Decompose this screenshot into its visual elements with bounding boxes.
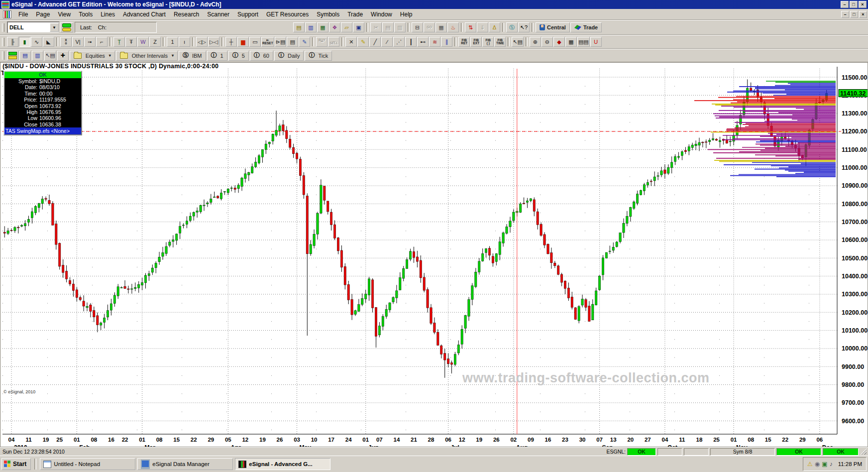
page-add-button[interactable]: ▤ (19, 51, 31, 61)
menu-page[interactable]: Page (32, 10, 54, 19)
interval-1-button[interactable]: Ⓘ1 (207, 51, 227, 61)
print-button[interactable]: ⊟ (412, 22, 423, 32)
save-page-button[interactable]: ▣ (353, 22, 364, 32)
net-grid-button[interactable]: ▦ (565, 37, 577, 47)
menu-help[interactable]: Help (396, 10, 417, 19)
new-page-button[interactable]: ▤ (293, 22, 305, 32)
page-forward-button[interactable]: ⊳▤ (275, 37, 287, 47)
pointer-page-button[interactable]: ↖▤ (44, 51, 56, 61)
menu-window[interactable]: Window (367, 10, 396, 19)
pencil-tool-button[interactable]: ✎ (357, 37, 369, 47)
line-break-button[interactable]: V| (72, 37, 84, 47)
symbol-search-button[interactable]: Ⓢ (506, 22, 518, 32)
parallel-lines-tool-button[interactable]: ≋ (429, 37, 440, 47)
xtl-expert-button[interactable]: Ŧ (125, 37, 137, 47)
hot-lists-button[interactable]: ♨ (447, 22, 459, 32)
toolbar-grip[interactable] (2, 51, 4, 60)
elliott-expert-button[interactable]: Ṯ (113, 37, 125, 47)
channel-tool-button[interactable]: ∥ (441, 37, 452, 47)
chart-canvas[interactable]: 11500.0011400.0011300.0011200.0011100.00… (0, 63, 868, 447)
trade-button[interactable]: Trade (570, 22, 602, 32)
menu-research[interactable]: Research (170, 10, 203, 19)
kagi-button[interactable]: ⌐ (96, 37, 108, 47)
menu-tools[interactable]: Tools (75, 10, 97, 19)
reset-button[interactable]: ⇤RESET (261, 37, 274, 47)
interval-daily-button[interactable]: ⒾDaily (274, 51, 304, 61)
context-help-button[interactable]: ↖? (518, 22, 530, 32)
menu-support[interactable]: Support (233, 10, 262, 19)
link-colors-button[interactable] (7, 51, 18, 61)
interval-5-button[interactable]: Ⓘ5 (228, 51, 249, 61)
line-chart-type-button[interactable]: ∿ (31, 37, 42, 47)
menu-advanced-chart[interactable]: Advanced Chart (119, 10, 170, 19)
minimize-button[interactable]: – (841, 1, 849, 8)
equities-dropdown[interactable]: Equities▾ (70, 51, 115, 61)
notes-pages-button[interactable]: ▤▤ (577, 37, 590, 47)
step-down-button[interactable]: ı (179, 37, 190, 47)
camera-icon[interactable]: ◉ (815, 461, 820, 468)
page-duplicate-button[interactable]: ▥ (32, 51, 43, 61)
central-button[interactable]: Central (536, 22, 570, 32)
cut-button[interactable]: ✂ (370, 22, 382, 32)
eraser-button[interactable]: ◆ (553, 37, 565, 47)
menu-get-resources[interactable]: GET Resources (262, 10, 313, 19)
menu-file[interactable]: File (14, 10, 32, 19)
mdi-close-button[interactable]: × (859, 11, 867, 18)
up-down-ticker-button[interactable]: ⇅ (465, 22, 476, 32)
polyline-tool-button[interactable]: ⋰ (393, 37, 405, 47)
shield-icon[interactable]: ⚠ (807, 461, 813, 468)
color-bars-button[interactable]: ▆ (237, 37, 249, 47)
auto-gann-button[interactable]: W (137, 37, 149, 47)
symbol-ibm-button[interactable]: ⓈIBM (179, 51, 206, 61)
network-icon[interactable]: ▣ (822, 461, 827, 468)
mdi-restore-button[interactable]: □ (850, 11, 858, 18)
copy-button[interactable]: ▤ (382, 22, 394, 32)
symbol-link-button[interactable] (60, 22, 73, 32)
resize-grip[interactable] (861, 449, 867, 455)
time-and-sales-button[interactable]: ▦ (435, 22, 447, 32)
new-chart-button[interactable]: ▥ (305, 22, 317, 32)
restore-button[interactable]: □ (850, 1, 858, 8)
candlestick-type-button[interactable]: ▮ (19, 37, 30, 47)
add-symbol-button[interactable]: ✚ (57, 51, 69, 61)
speaker-icon[interactable]: ♪ (830, 461, 833, 468)
trendline-tool-button[interactable]: ╱ (369, 37, 381, 47)
playback-forward-button[interactable]: ▷◁ (208, 37, 219, 47)
segment-tool-button[interactable]: ∕ (381, 37, 393, 47)
interval-60-button[interactable]: Ⓘ60 (250, 51, 273, 61)
task-esignal-advanced-g-[interactable]: eSignal - Advanced G... (235, 458, 330, 470)
menu-lines[interactable]: Lines (97, 10, 119, 19)
playback-rewind-button[interactable]: ◁▷ (196, 37, 208, 47)
menu-view[interactable]: View (54, 10, 75, 19)
zoom-out-button[interactable]: ⊖ (542, 37, 553, 47)
step-up-button[interactable]: 1 (167, 37, 178, 47)
page-copy-button[interactable]: ▤ (287, 37, 298, 47)
open-page-button[interactable]: ▱ (341, 22, 352, 32)
go-button[interactable]: GO (424, 22, 435, 32)
swing-tool-button[interactable]: Z (149, 37, 161, 47)
horizontal-segment-tool-button[interactable]: ⊷ (417, 37, 429, 47)
alerts-bell-button[interactable]: Δ (489, 22, 500, 32)
fib-circle-button[interactable]: FIB( ) (482, 37, 494, 47)
task-esignal-data-manager[interactable]: eSignal Data Manager (137, 458, 233, 470)
start-button[interactable]: Start (1, 458, 31, 470)
download-data-button[interactable]: ⇓ (477, 22, 488, 32)
crosshair-button[interactable]: ┼ (225, 37, 237, 47)
delete-tool-button[interactable]: ✕ (345, 37, 357, 47)
tick-box-button[interactable]: ▭ (249, 37, 261, 47)
menu-symbols[interactable]: Symbols (313, 10, 343, 19)
combobox-dropdown-icon[interactable]: ▼ (50, 23, 59, 32)
symbol-combobox[interactable]: DELL ▼ (7, 21, 60, 33)
candle-u-button[interactable]: U (590, 37, 602, 47)
mountain-chart-type-button[interactable]: ◣ (43, 37, 54, 47)
interval-tick-button[interactable]: ⒾTick (305, 51, 332, 61)
close-button[interactable]: × (859, 1, 867, 8)
other-intervals-dropdown[interactable]: Other Intervals▾ (116, 51, 178, 61)
menu-scanner[interactable]: Scanner (203, 10, 233, 19)
mdi-minimize-button[interactable]: – (841, 11, 849, 18)
fib-retracement-button[interactable]: FIBRET (458, 37, 470, 47)
fib-extension-button[interactable]: FIBEXT (470, 37, 482, 47)
bar-chart-type-button[interactable]: ╟ (7, 37, 18, 47)
composite-page-button[interactable]: ❖ (329, 22, 340, 32)
toolbar-grip[interactable] (2, 23, 4, 32)
